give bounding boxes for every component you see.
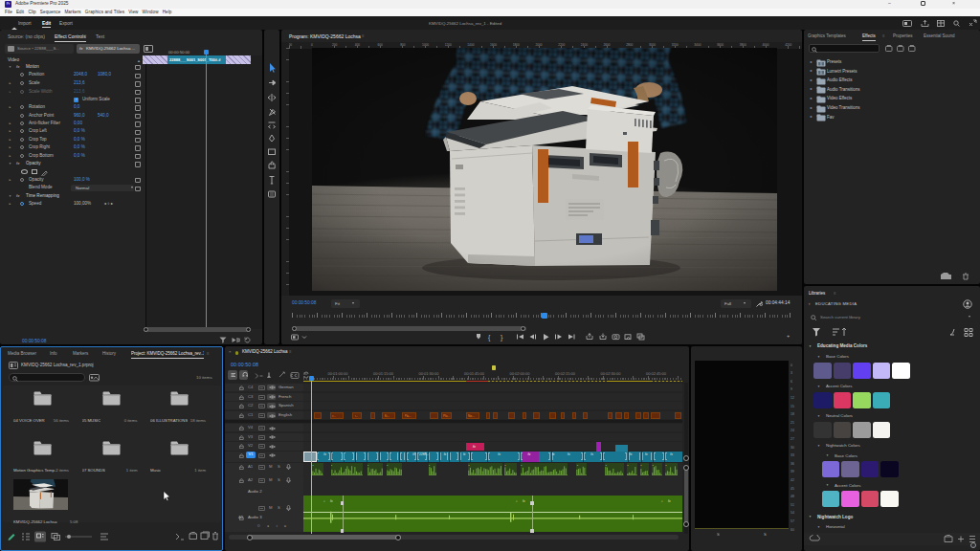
svg-text:}: } [501, 334, 503, 342]
svg-text:{: { [488, 334, 491, 342]
